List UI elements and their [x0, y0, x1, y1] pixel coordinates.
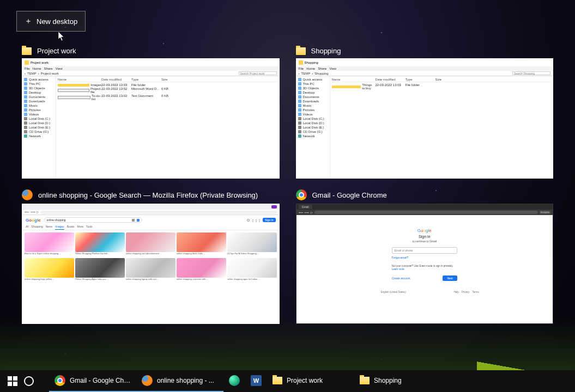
taskbar-item[interactable]: W	[245, 370, 267, 392]
google-tabs: AllShoppingNewsImagesBooksMoreTools	[22, 225, 279, 230]
task-thumbnail-project-work[interactable]: Project work Project work File Home Shar…	[22, 47, 280, 179]
new-desktop-label: New desktop	[37, 17, 77, 26]
task-thumbnail-shopping[interactable]: Shopping Shopping File Home Share View ›…	[296, 47, 554, 179]
globe-icon	[229, 375, 240, 386]
chrome-icon	[296, 189, 307, 200]
explorer-sidebar: Quick accessThis PC3D ObjectsDesktopDocu…	[22, 76, 56, 178]
task-title: Project work	[37, 47, 76, 55]
taskbar-item[interactable]: Project work	[267, 370, 354, 392]
task-view-grid: Project work Project work File Home Shar…	[22, 47, 553, 324]
cursor-icon	[58, 32, 65, 41]
file-list-2: Things to buy22-03-2022 13:03File folder	[332, 83, 552, 90]
image-results: How to do a Super online shopping ...Onl…	[22, 230, 279, 285]
task-thumbnail-firefox[interactable]: online shopping - Google Search — Mozill…	[22, 189, 280, 324]
new-desktop-button[interactable]: ＋ New desktop	[16, 11, 86, 32]
firefox-icon	[142, 375, 153, 386]
cortana-button[interactable]	[24, 376, 34, 386]
taskbar-item[interactable]: Shopping	[354, 370, 441, 392]
taskbar-item[interactable]: online shopping - ...	[136, 370, 223, 392]
word-icon: W	[251, 375, 262, 386]
folder-icon	[360, 377, 370, 384]
task-title: Gmail - Google Chrome	[312, 191, 387, 199]
file-list: Images22-03-2022 13:03File folderProject…	[58, 83, 277, 101]
start-button[interactable]	[8, 376, 17, 386]
folder-icon	[273, 377, 282, 384]
taskbar-item[interactable]: Gmail - Google Chr...	[49, 370, 136, 392]
taskbar: Gmail - Google Chr...online shopping - .…	[0, 370, 575, 392]
task-thumbnail-chrome[interactable]: Gmail - Google Chrome Gmail ⟵ ⟶ ⟳Incogni…	[296, 189, 554, 324]
task-title: Shopping	[311, 47, 341, 55]
folder-icon	[296, 47, 306, 55]
firefox-icon	[22, 189, 33, 200]
task-title: online shopping - Google Search — Mozill…	[38, 191, 258, 199]
taskbar-item[interactable]	[223, 370, 245, 392]
plus-icon: ＋	[25, 16, 32, 26]
google-logo: Google	[26, 218, 41, 223]
folder-icon	[22, 47, 32, 55]
chrome-icon	[55, 375, 65, 386]
explorer-sidebar-2: Quick accessThis PC3D ObjectsDesktopDocu…	[296, 76, 330, 178]
